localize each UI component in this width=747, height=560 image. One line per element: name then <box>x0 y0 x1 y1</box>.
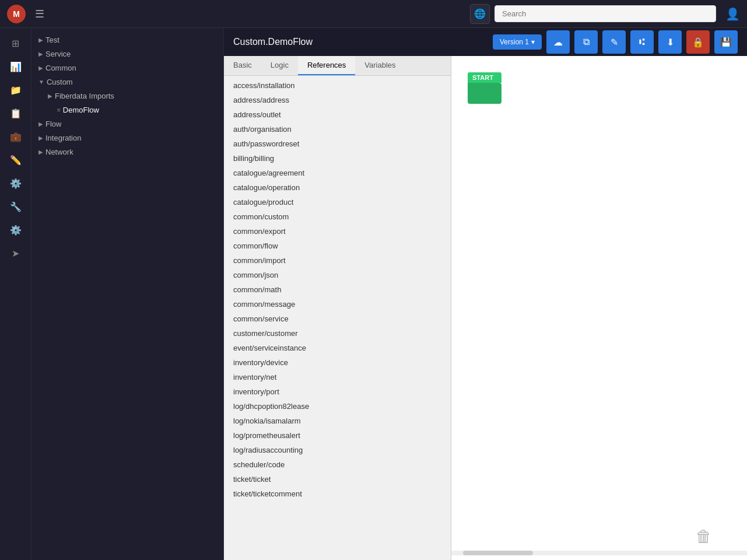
hamburger-button[interactable]: ☰ <box>30 5 49 23</box>
arrow-icon: ▶ <box>48 93 52 99</box>
canvas-area[interactable]: START 🗑 <box>451 56 747 560</box>
nav-icons-panel: ⊞ 📊 📁 📋 💼 ✏️ ⚙️ 🔧 ⚙️ ➤ <box>0 28 31 560</box>
reference-item[interactable]: log/prometheusalert <box>224 428 451 443</box>
references-panel: Basic Logic References Variables access/… <box>224 56 451 560</box>
tab-basic[interactable]: Basic <box>224 56 261 75</box>
edit-button[interactable]: ✎ <box>602 30 626 54</box>
user-icon: 👤 <box>725 7 740 21</box>
nav-icon-folder[interactable]: 📁 <box>5 79 26 100</box>
reference-item[interactable]: common/json <box>224 268 451 282</box>
page-title: Custom.DemoFlow <box>233 37 488 47</box>
reference-item[interactable]: common/custom <box>224 209 451 224</box>
sidebar-item-integration[interactable]: ▶ Integration + <box>31 131 223 145</box>
arrow-icon: ▶ <box>38 37 43 43</box>
reference-item[interactable]: customer/customer <box>224 326 451 341</box>
copy-button[interactable]: ⧉ <box>574 30 598 54</box>
references-list: access/installationaddress/addressaddres… <box>224 76 451 560</box>
tab-logic[interactable]: Logic <box>261 56 298 75</box>
arrow-icon: ▶ <box>38 149 43 155</box>
reference-item[interactable]: inventory/net <box>224 370 451 384</box>
reference-item[interactable]: catalogue/operation <box>224 180 451 195</box>
start-label: START <box>468 72 501 83</box>
scrollbar-thumb <box>463 551 533 555</box>
nav-icon-docs[interactable]: 📋 <box>5 103 26 124</box>
reference-item[interactable]: log/radiusaccounting <box>224 443 451 457</box>
sidebar-item-test[interactable]: ▶ Test + <box>31 33 223 47</box>
main-layout: ⊞ 📊 📁 📋 💼 ✏️ ⚙️ 🔧 ⚙️ ➤ ▶ Test + ▶ Servic… <box>0 28 747 560</box>
reference-item[interactable]: common/message <box>224 297 451 312</box>
reference-item[interactable]: log/dhcpoption82lease <box>224 399 451 414</box>
tab-variables[interactable]: Variables <box>355 56 405 75</box>
list-icon: ≡ <box>57 107 61 113</box>
reference-item[interactable]: ticket/ticketcomment <box>224 487 451 501</box>
reference-item[interactable]: billing/billing <box>224 151 451 166</box>
nav-icon-briefcase[interactable]: 💼 <box>5 126 26 147</box>
sidebar-item-demoflow[interactable]: ≡ DemoFlow + <box>31 103 223 117</box>
reference-item[interactable]: common/import <box>224 253 451 268</box>
content-area: Custom.DemoFlow Version 1 ▾ ☁ ⧉ ✎ ⑆ ⬇ 🔒 … <box>224 28 747 560</box>
arrow-icon: ▼ <box>38 79 44 85</box>
reference-item[interactable]: common/service <box>224 312 451 326</box>
arrow-icon: ▶ <box>38 121 43 127</box>
nav-icon-gear[interactable]: ⚙️ <box>5 219 26 240</box>
reference-item[interactable]: log/nokia/isamalarm <box>224 414 451 428</box>
reference-item[interactable]: auth/passwordreset <box>224 136 451 151</box>
nav-icon-chart[interactable]: 📊 <box>5 56 26 77</box>
reference-item[interactable]: inventory/port <box>224 384 451 399</box>
sidebar-item-network[interactable]: ▶ Network + <box>31 145 223 159</box>
nav-icon-arrow[interactable]: ➤ <box>5 243 26 264</box>
reference-item[interactable]: common/export <box>224 224 451 239</box>
arrow-icon: ▶ <box>38 65 43 71</box>
nav-icon-home[interactable]: ⊞ <box>5 33 26 54</box>
app-logo: M <box>7 5 26 23</box>
reference-item[interactable]: access/installation <box>224 78 451 93</box>
start-block: START <box>468 72 501 104</box>
reference-item[interactable]: auth/organisation <box>224 122 451 136</box>
nav-icon-settings[interactable]: ⚙️ <box>5 173 26 194</box>
reference-item[interactable]: inventory/device <box>224 355 451 370</box>
sidebar-item-fiberdata[interactable]: ▶ Fiberdata Imports + <box>31 89 223 103</box>
title-bar: Custom.DemoFlow Version 1 ▾ ☁ ⧉ ✎ ⑆ ⬇ 🔒 … <box>224 28 747 56</box>
reference-item[interactable]: scheduler/code <box>224 457 451 472</box>
reference-item[interactable]: address/outlet <box>224 107 451 122</box>
search-input[interactable] <box>495 5 716 22</box>
nav-icon-pen[interactable]: ✏️ <box>5 149 26 170</box>
horizontal-scrollbar[interactable] <box>451 551 747 555</box>
trash-icon[interactable]: 🗑 <box>696 527 712 546</box>
nav-icon-wrench[interactable]: 🔧 <box>5 196 26 217</box>
reference-item[interactable]: event/serviceinstance <box>224 341 451 355</box>
share-button[interactable]: ⑆ <box>630 30 654 54</box>
globe-button[interactable]: 🌐 <box>470 4 490 24</box>
reference-item[interactable]: ticket/ticket <box>224 472 451 487</box>
start-block-body <box>468 83 501 104</box>
sidebar-item-service[interactable]: ▶ Service + <box>31 47 223 61</box>
reference-item[interactable]: catalogue/agreement <box>224 166 451 180</box>
save-button[interactable]: 💾 <box>714 30 738 54</box>
topbar: M ☰ 🌐 👤 <box>0 0 747 28</box>
reference-item[interactable]: common/math <box>224 282 451 297</box>
version-button[interactable]: Version 1 ▾ <box>493 34 542 50</box>
cloud-button[interactable]: ☁ <box>546 30 570 54</box>
arrow-icon: ▶ <box>38 51 43 57</box>
arrow-icon: ▶ <box>38 135 43 141</box>
download-button[interactable]: ⬇ <box>658 30 682 54</box>
sidebar-tree: ▶ Test + ▶ Service + ▶ Common + ▼ Custom… <box>31 28 224 560</box>
reference-item[interactable]: address/address <box>224 93 451 107</box>
ref-tabs: Basic Logic References Variables <box>224 56 451 76</box>
reference-item[interactable]: catalogue/product <box>224 195 451 209</box>
sidebar-item-flow[interactable]: ▶ Flow + <box>31 117 223 131</box>
sidebar-item-common[interactable]: ▶ Common + <box>31 61 223 75</box>
lock-button[interactable]: 🔒 <box>686 30 710 54</box>
split-panel: Basic Logic References Variables access/… <box>224 56 747 560</box>
reference-item[interactable]: common/flow <box>224 239 451 253</box>
sidebar-item-custom[interactable]: ▼ Custom + <box>31 75 223 89</box>
tab-references[interactable]: References <box>298 56 355 75</box>
